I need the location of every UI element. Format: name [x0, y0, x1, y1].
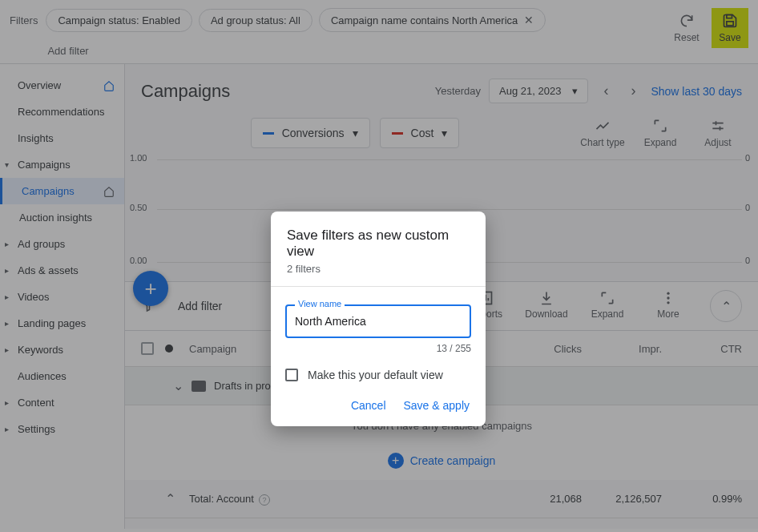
default-view-checkbox-row[interactable]: Make this your default view: [271, 362, 486, 389]
save-apply-button[interactable]: Save & apply: [404, 399, 470, 412]
view-name-field[interactable]: View name: [285, 304, 471, 338]
dialog-subtitle: 2 filters: [287, 263, 470, 275]
field-label: View name: [295, 299, 345, 308]
view-name-input[interactable]: [295, 315, 462, 328]
save-view-dialog: Save filters as new custom view 2 filter…: [271, 212, 486, 426]
cancel-button[interactable]: Cancel: [351, 399, 386, 412]
char-counter: 13 / 255: [285, 343, 471, 354]
dialog-title: Save filters as new custom view: [287, 228, 470, 260]
checkbox[interactable]: [285, 369, 298, 381]
